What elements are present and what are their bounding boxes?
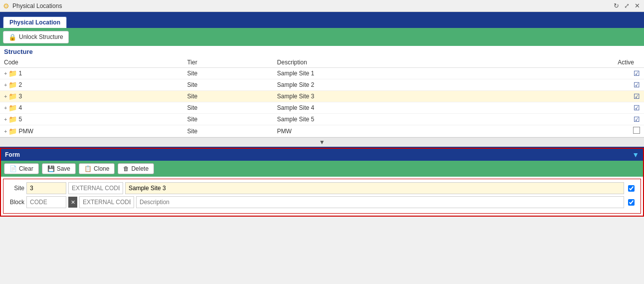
delete-button[interactable]: 🗑 Delete (118, 163, 154, 174)
unlock-structure-button[interactable]: 🔒 Unlock Structure (3, 31, 69, 43)
cell-code: + 📁 5 (0, 114, 183, 125)
site-active-checkbox[interactable] (628, 185, 635, 192)
form-section: Form ▼ 📄 Clear 💾 Save 📋 Clone 🗑 Delete S… (0, 148, 644, 217)
cell-active (495, 125, 644, 137)
restore-button[interactable]: ⤢ (623, 2, 631, 9)
active-checkbox-checked[interactable]: ☑ (634, 115, 640, 123)
form-fields: Site Block ✕ (3, 179, 641, 214)
site-description-input[interactable] (125, 182, 624, 194)
cell-tier: Site (183, 125, 273, 137)
cell-active: ☑ (495, 68, 644, 79)
tab-physical-location[interactable]: Physical Location (3, 16, 67, 28)
clear-label: Clear (19, 165, 33, 172)
site-row: Site (9, 182, 635, 194)
structure-header: Structure (0, 46, 644, 57)
save-label: Save (57, 165, 70, 172)
expand-icon[interactable]: + (4, 128, 7, 134)
cell-description: Sample Site 5 (273, 114, 495, 125)
form-header: Form ▼ (1, 149, 643, 161)
structure-table: Code Tier Description Active + 📁 1 SiteS… (0, 57, 644, 137)
folder-icon: 📁 (8, 81, 17, 89)
refresh-button[interactable]: ↻ (613, 2, 620, 9)
cell-active: ☑ (495, 79, 644, 91)
expand-icon[interactable]: + (4, 93, 7, 99)
folder-icon: 📁 (8, 104, 17, 112)
cell-active: ☑ (495, 114, 644, 125)
folder-icon: 📁 (8, 69, 17, 77)
folder-icon: 📁 (8, 92, 17, 100)
cell-tier: Site (183, 114, 273, 125)
delete-icon: 🗑 (123, 165, 129, 172)
cell-description: Sample Site 3 (273, 91, 495, 102)
delete-label: Delete (131, 165, 149, 172)
col-active: Active (495, 57, 644, 68)
table-row[interactable]: + 📁 PMW SitePMW (0, 125, 644, 137)
active-checkbox-empty[interactable] (633, 127, 640, 134)
expand-icon[interactable]: + (4, 70, 7, 76)
cell-code: + 📁 4 (0, 102, 183, 114)
toolbar-bar: 🔒 Unlock Structure (0, 28, 644, 46)
table-row[interactable]: + 📁 2 SiteSample Site 2☑ (0, 79, 644, 91)
clear-button[interactable]: 📄 Clear (4, 163, 39, 174)
lock-icon: 🔒 (8, 33, 16, 41)
unlock-label: Unlock Structure (19, 33, 63, 40)
block-active-checkbox[interactable] (628, 199, 635, 206)
block-clear-button[interactable]: ✕ (68, 197, 77, 208)
col-description: Description (273, 57, 495, 68)
save-icon: 💾 (47, 165, 55, 172)
cell-description: Sample Site 2 (273, 79, 495, 91)
active-checkbox-checked[interactable]: ☑ (634, 92, 640, 100)
cell-tier: Site (183, 79, 273, 91)
clone-label: Clone (94, 165, 109, 172)
app-icon: ⚙ (3, 2, 9, 10)
block-label: Block (9, 199, 24, 206)
cell-code: + 📁 1 (0, 68, 183, 79)
clear-icon: 📄 (9, 165, 17, 172)
cell-description: Sample Site 4 (273, 102, 495, 114)
cell-active: ☑ (495, 91, 644, 102)
site-label: Site (9, 185, 24, 192)
col-tier: Tier (183, 57, 273, 68)
clone-button[interactable]: 📋 Clone (79, 163, 115, 174)
save-button[interactable]: 💾 Save (42, 163, 76, 174)
cell-description: PMW (273, 125, 495, 137)
block-external-code-input[interactable] (79, 196, 134, 208)
structure-section: Structure Code Tier Description Active +… (0, 46, 644, 148)
block-row: Block ✕ (9, 196, 635, 208)
cell-code: + 📁 2 (0, 79, 183, 91)
clone-icon: 📋 (84, 165, 92, 172)
expand-icon[interactable]: + (4, 82, 7, 88)
site-external-code-input[interactable] (68, 182, 123, 194)
form-collapse-icon[interactable]: ▼ (632, 151, 639, 159)
cell-tier: Site (183, 102, 273, 114)
tab-bar: Physical Location (0, 12, 644, 28)
close-button[interactable]: ✕ (634, 2, 641, 9)
table-row[interactable]: + 📁 4 SiteSample Site 4☑ (0, 102, 644, 114)
window-title: Physical Locations (12, 2, 62, 9)
table-row[interactable]: + 📁 5 SiteSample Site 5☑ (0, 114, 644, 125)
block-code-input[interactable] (26, 196, 66, 208)
col-code: Code (0, 57, 183, 68)
table-row[interactable]: + 📁 1 SiteSample Site 1☑ (0, 68, 644, 79)
cell-tier: Site (183, 68, 273, 79)
expand-icon[interactable]: + (4, 116, 7, 122)
cell-description: Sample Site 1 (273, 68, 495, 79)
folder-icon: 📁 (8, 115, 17, 123)
active-checkbox-checked[interactable]: ☑ (634, 69, 640, 77)
cell-active: ☑ (495, 102, 644, 114)
expand-icon[interactable]: + (4, 105, 7, 111)
folder-icon: 📁 (8, 127, 17, 135)
cell-code: + 📁 3 (0, 91, 183, 102)
form-toolbar: 📄 Clear 💾 Save 📋 Clone 🗑 Delete (1, 161, 643, 177)
cell-code: + 📁 PMW (0, 125, 183, 137)
active-checkbox-checked[interactable]: ☑ (634, 104, 640, 112)
active-checkbox-checked[interactable]: ☑ (634, 81, 640, 89)
form-title: Form (5, 151, 20, 158)
title-bar: ⚙ Physical Locations ↻ ⤢ ✕ (0, 0, 644, 12)
site-code-input[interactable] (26, 182, 66, 194)
cell-tier: Site (183, 91, 273, 102)
block-description-input[interactable] (136, 196, 624, 208)
table-row[interactable]: + 📁 3 SiteSample Site 3☑ (0, 91, 644, 102)
scroll-indicator[interactable]: ▼ (0, 137, 644, 147)
